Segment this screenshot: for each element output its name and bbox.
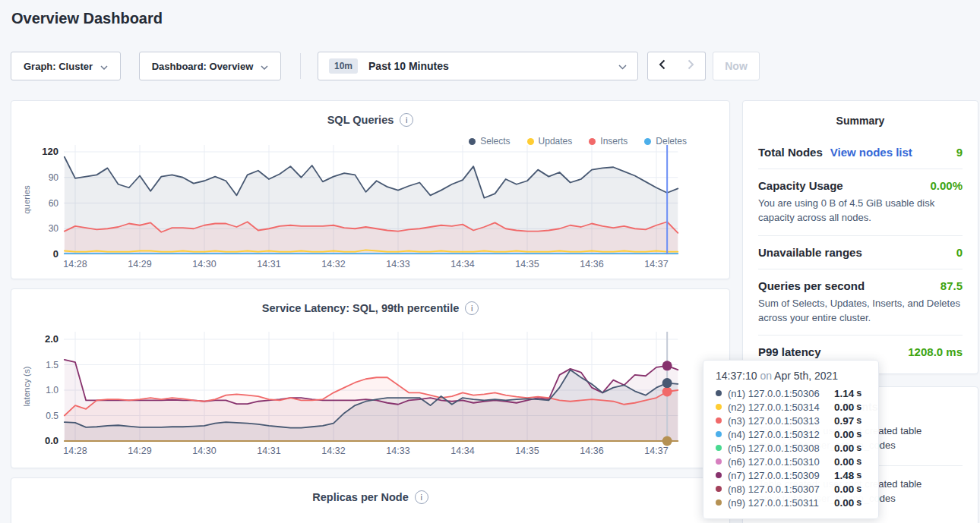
tooltip-unit: s	[856, 456, 861, 467]
tooltip-node-value: 0.00	[834, 484, 854, 495]
tooltip-unit: s	[856, 429, 861, 440]
svg-text:2.0: 2.0	[45, 333, 58, 345]
tooltip-node-value: 1.48	[834, 470, 854, 481]
node-color-dot-icon	[716, 472, 722, 478]
node-color-dot-icon	[716, 486, 722, 492]
replicas-per-node-chart-card: Replicas per Node i	[11, 477, 730, 523]
svg-text:14:33: 14:33	[386, 259, 409, 269]
tooltip-node-value: 0.00	[834, 402, 854, 413]
chevron-down-icon	[618, 59, 627, 73]
svg-text:latency (s): latency (s)	[22, 366, 31, 406]
time-next-button[interactable]	[676, 52, 706, 80]
replicas-per-node-chart-title: Replicas per Node	[312, 491, 409, 503]
svg-text:14:29: 14:29	[128, 446, 151, 456]
time-range-label: Past 10 Minutes	[368, 60, 449, 72]
node-color-dot-icon	[716, 445, 722, 451]
overview-dashboard-page: Overview Dashboard Graph: Cluster Dashbo…	[0, 0, 980, 523]
stat-queries-per-second: Queries per second 87.5 Sum of Selects, …	[758, 269, 963, 336]
now-button[interactable]: Now	[713, 52, 760, 80]
tooltip-node-label: (n3) 127.0.0.1:50313	[728, 415, 834, 427]
tooltip-row: (n2) 127.0.0.1:503140.00s	[716, 400, 866, 414]
node-color-dot-icon	[716, 417, 722, 424]
node-color-dot-icon	[716, 404, 722, 410]
tooltip-node-label: (n7) 127.0.0.1:50309	[728, 470, 834, 481]
node-color-dot-icon	[716, 458, 722, 465]
tooltip-unit: s	[856, 470, 861, 480]
time-prev-button[interactable]	[647, 52, 677, 80]
svg-text:14:30: 14:30	[192, 259, 216, 269]
tooltip-node-label: (n8) 127.0.0.1:50307	[728, 484, 834, 495]
graph-scope-label: Graph: Cluster	[24, 61, 93, 72]
svg-text:14:30: 14:30	[192, 446, 216, 456]
tooltip-row: (n6) 127.0.0.1:503100.00s	[716, 455, 866, 468]
stat-capacity-usage: Capacity Usage 0.00% You are using 0 B o…	[758, 169, 963, 235]
tooltip-row: (n4) 127.0.0.1:503120.00s	[716, 427, 866, 441]
svg-text:1.5: 1.5	[46, 360, 58, 370]
toolbar-divider	[300, 53, 301, 79]
sql-queries-chart-card: SQL Queries i Selects Updates Inserts De…	[11, 100, 730, 279]
tooltip-row: (n3) 127.0.0.1:503130.97s	[716, 414, 866, 427]
time-range-badge: 10m	[329, 58, 358, 74]
now-label: Now	[725, 60, 748, 72]
tooltip-row: (n5) 127.0.0.1:503080.00s	[716, 441, 866, 455]
service-latency-plot[interactable]: 14:2814:2914:3014:3114:3214:3314:3414:35…	[11, 289, 731, 469]
tooltip-unit: s	[856, 415, 861, 426]
svg-text:14:36: 14:36	[580, 446, 603, 456]
svg-text:120: 120	[42, 146, 58, 157]
stat-unavailable-ranges: Unavailable ranges 0	[758, 235, 963, 269]
summary-header: Summary	[758, 113, 963, 127]
view-nodes-list-link[interactable]: View nodes list	[830, 146, 912, 159]
tooltip-row: (n1) 127.0.0.1:503061.14s	[716, 386, 866, 400]
svg-text:14:31: 14:31	[257, 259, 280, 269]
tooltip-unit: s	[856, 497, 861, 508]
svg-text:14:33: 14:33	[386, 446, 409, 456]
tooltip-node-label: (n4) 127.0.0.1:50312	[728, 429, 834, 440]
tooltip-row: (n7) 127.0.0.1:503091.48s	[716, 468, 866, 482]
stat-description: You are using 0 B of 4.5 GiB usable disk…	[758, 197, 963, 225]
info-icon[interactable]: i	[415, 490, 428, 504]
svg-text:14:37: 14:37	[644, 446, 668, 456]
svg-text:14:29: 14:29	[128, 259, 151, 269]
chevron-down-icon	[261, 61, 268, 72]
tooltip-node-value: 0.00	[834, 497, 854, 509]
stat-value: 0.00%	[930, 179, 963, 192]
svg-text:14:32: 14:32	[321, 446, 345, 456]
chart-hover-tooltip: 14:37:10 on Apr 5th, 2021 (n1) 127.0.0.1…	[703, 360, 879, 519]
chevron-left-icon	[659, 59, 665, 73]
tooltip-node-value: 0.97	[834, 415, 854, 427]
svg-text:14:28: 14:28	[63, 446, 87, 456]
node-color-dot-icon	[716, 499, 722, 506]
stat-label: Total Nodes	[758, 146, 823, 159]
svg-text:14:34: 14:34	[450, 259, 474, 269]
tooltip-on: on	[760, 370, 772, 382]
tooltip-row: (n9) 127.0.0.1:503110.00s	[716, 496, 866, 509]
svg-text:14:32: 14:32	[321, 259, 345, 269]
node-color-dot-icon	[716, 431, 722, 437]
stat-total-nodes: Total Nodes View nodes list 9	[758, 136, 963, 169]
stat-value: 1208.0 ms	[908, 345, 963, 358]
svg-text:14:36: 14:36	[580, 259, 603, 269]
stat-label: Capacity Usage	[758, 179, 843, 192]
tooltip-unit: s	[856, 484, 861, 494]
dashboard-dropdown[interactable]: Dashboard: Overview	[139, 52, 281, 80]
page-title: Overview Dashboard	[11, 10, 163, 27]
stat-value: 87.5	[940, 279, 963, 292]
tooltip-node-value: 0.00	[834, 443, 854, 454]
svg-text:1.0: 1.0	[46, 385, 58, 395]
stat-value: 0	[956, 246, 963, 259]
tooltip-date: Apr 5th, 2021	[774, 370, 838, 382]
stat-label: Unavailable ranges	[758, 246, 862, 259]
tooltip-node-value: 0.00	[834, 456, 854, 468]
graph-scope-dropdown[interactable]: Graph: Cluster	[11, 52, 121, 80]
chevron-right-icon	[688, 59, 694, 73]
svg-text:14:35: 14:35	[515, 259, 539, 269]
time-range-dropdown[interactable]: 10m Past 10 Minutes	[318, 52, 638, 80]
tooltip-node-value: 0.00	[834, 429, 854, 440]
stat-description: Sum of Selects, Updates, Inserts, and De…	[758, 297, 963, 326]
sql-queries-plot[interactable]: 14:2814:2914:3014:3114:3214:3314:3414:35…	[11, 101, 731, 280]
tooltip-row: (n8) 127.0.0.1:503070.00s	[716, 482, 866, 496]
stat-value: 9	[956, 146, 963, 159]
tooltip-node-value: 1.14	[834, 388, 854, 399]
svg-text:14:28: 14:28	[63, 259, 87, 269]
tooltip-node-label: (n2) 127.0.0.1:50314	[728, 402, 834, 413]
